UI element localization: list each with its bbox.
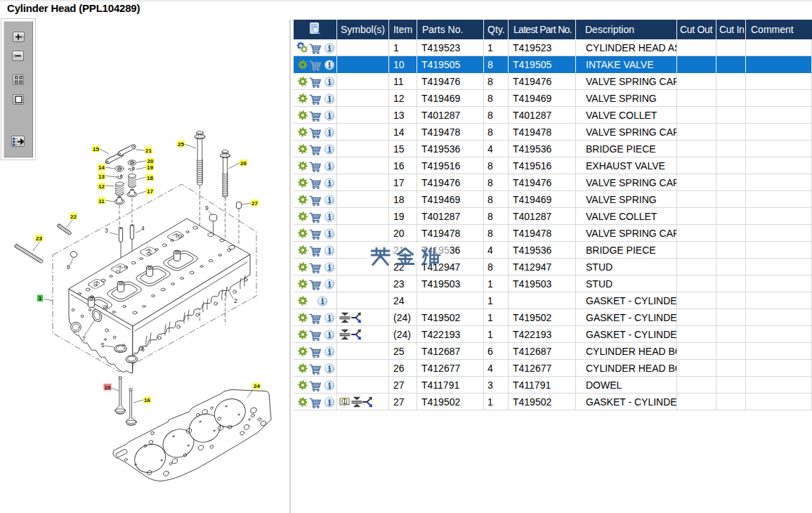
svg-text:8: 8 bbox=[67, 264, 70, 271]
svg-text:19: 19 bbox=[147, 164, 153, 171]
svg-text:16: 16 bbox=[144, 397, 150, 403]
svg-text:20: 20 bbox=[148, 158, 154, 164]
svg-text:21: 21 bbox=[145, 148, 152, 154]
svg-text:5: 5 bbox=[101, 342, 105, 349]
svg-text:3: 3 bbox=[105, 227, 108, 234]
svg-text:10: 10 bbox=[105, 384, 111, 391]
svg-text:6: 6 bbox=[141, 346, 145, 353]
svg-text:23: 23 bbox=[36, 235, 42, 242]
svg-text:14: 14 bbox=[98, 164, 105, 171]
svg-text:12: 12 bbox=[98, 183, 105, 190]
svg-text:4: 4 bbox=[141, 225, 145, 232]
svg-text:25: 25 bbox=[178, 141, 184, 148]
svg-text:17: 17 bbox=[147, 188, 153, 195]
svg-text:7: 7 bbox=[82, 335, 86, 342]
svg-text:15: 15 bbox=[93, 146, 99, 152]
svg-text:22: 22 bbox=[70, 214, 77, 220]
svg-text:13: 13 bbox=[98, 174, 105, 180]
svg-text:2: 2 bbox=[234, 297, 237, 304]
svg-text:9: 9 bbox=[205, 204, 209, 212]
svg-text:27: 27 bbox=[251, 200, 258, 207]
svg-text:18: 18 bbox=[147, 175, 153, 181]
svg-text:1: 1 bbox=[39, 295, 42, 301]
svg-text:26: 26 bbox=[240, 160, 247, 167]
svg-text:11: 11 bbox=[98, 198, 105, 204]
svg-text:24: 24 bbox=[254, 383, 260, 389]
